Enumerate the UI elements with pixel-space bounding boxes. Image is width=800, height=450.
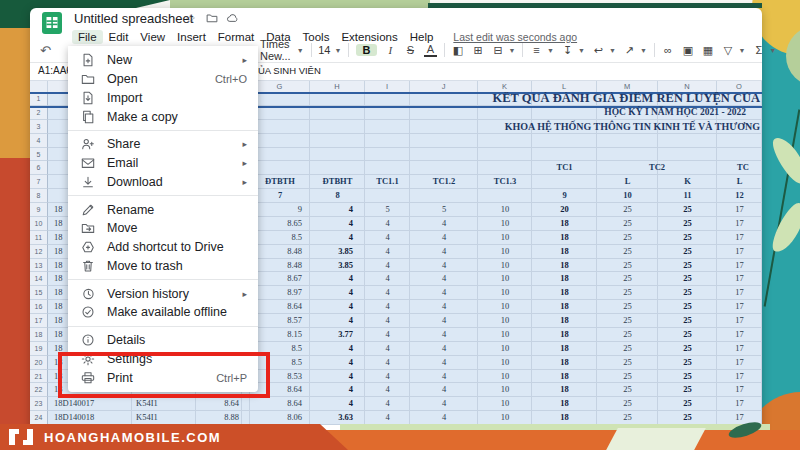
row-header-23[interactable]: 23 [30, 397, 48, 411]
undo-icon[interactable]: ↶ [40, 43, 51, 58]
row-header-21[interactable]: 21 [30, 370, 48, 384]
grid-cell[interactable] [478, 161, 532, 175]
grid-cell[interactable] [242, 397, 250, 411]
filter-button[interactable]: ▽▼ [721, 44, 745, 57]
folder-move-icon [81, 221, 97, 235]
menu-item-details[interactable]: Details [68, 331, 258, 350]
row-header-24[interactable]: 24 [30, 411, 48, 425]
insert-chart-button[interactable]: ▦ [701, 44, 714, 57]
row-header-13[interactable]: 13 [30, 259, 48, 273]
grid-cell[interactable] [310, 148, 365, 162]
grid-cell[interactable] [410, 134, 478, 148]
cell-text: 8.48 [250, 245, 310, 259]
grid-cell[interactable] [658, 134, 717, 148]
grid-cell[interactable] [478, 148, 532, 162]
row-header-4[interactable]: 4 [30, 134, 48, 148]
grid-cell[interactable] [365, 148, 410, 162]
text-wrap-button[interactable]: ↩▼ [592, 44, 616, 57]
info-icon [81, 333, 97, 347]
insert-comment-button[interactable]: ▣ [681, 44, 694, 57]
fill-color-button[interactable]: ◧ [452, 44, 465, 57]
menu-item-make-a-copy[interactable]: Make a copy [68, 107, 258, 126]
bold-button[interactable]: B [356, 44, 377, 56]
cell-text: 4 [365, 217, 410, 231]
italic-button[interactable]: I [384, 44, 397, 56]
grid-cell[interactable] [365, 134, 410, 148]
merge-cells-button[interactable]: ⊟▼ [492, 44, 516, 57]
cell-text: 8.64 [250, 397, 310, 411]
star-icon[interactable]: ☆ [185, 12, 196, 26]
vertical-align-button[interactable]: ↧▼ [561, 44, 585, 57]
grid-cell[interactable] [478, 189, 532, 203]
menu-item-move[interactable]: Move [68, 219, 258, 238]
font-family-select[interactable]: Times New...▼ [260, 38, 304, 62]
row-header-18[interactable]: 18 [30, 328, 48, 342]
menu-item-open[interactable]: OpenCtrl+O [68, 70, 258, 89]
chevron-down-icon: ▼ [738, 47, 745, 54]
grid-cell[interactable] [410, 148, 478, 162]
horizontal-align-button[interactable]: ≡▼ [530, 44, 554, 56]
row-header-20[interactable]: 20 [30, 356, 48, 370]
cloud-status-icon[interactable] [226, 12, 239, 27]
row-header-19[interactable]: 19 [30, 342, 48, 356]
document-title[interactable]: Untitled spreadsheet [74, 11, 193, 26]
grid-cell[interactable] [597, 148, 658, 162]
menu-item-download[interactable]: Download▸ [68, 173, 258, 192]
row-header-16[interactable]: 16 [30, 300, 48, 314]
move-folder-icon[interactable] [206, 12, 218, 27]
grid-cell[interactable] [410, 161, 478, 175]
row-header-10[interactable]: 10 [30, 217, 48, 231]
grid-cell[interactable] [658, 148, 717, 162]
row-header-12[interactable]: 12 [30, 245, 48, 259]
grid-cell[interactable] [250, 134, 310, 148]
menu-item-label: Import [107, 91, 142, 105]
menu-item-rename[interactable]: Rename [68, 200, 258, 219]
insert-link-button[interactable]: ∞ [661, 44, 674, 56]
borders-button[interactable]: ⊞ [472, 44, 485, 57]
cell-text: 25 [597, 259, 658, 273]
row-header-15[interactable]: 15 [30, 286, 48, 300]
row-header-6[interactable]: 6 [30, 161, 48, 175]
cell-text: 10 [478, 411, 532, 425]
row-header-17[interactable]: 17 [30, 314, 48, 328]
cell-text: 8.64 [196, 397, 242, 411]
formula-bar-value[interactable]: ỦA SINH VIÊN [258, 65, 321, 76]
row-header-7[interactable]: 7 [30, 175, 48, 189]
text-color-button[interactable]: A [424, 44, 437, 57]
row-header-14[interactable]: 14 [30, 272, 48, 286]
row-header-11[interactable]: 11 [30, 231, 48, 245]
grid-cell[interactable] [242, 411, 250, 425]
menu-item-move-to-trash[interactable]: Move to trash [68, 257, 258, 276]
menu-item-make-available-offline[interactable]: Make available offline [68, 303, 258, 322]
menu-item-new[interactable]: New▸ [68, 51, 258, 70]
text-rotation-button[interactable]: ↗▼ [623, 44, 647, 57]
row-header-9[interactable]: 9 [30, 203, 48, 217]
grid-cell[interactable] [717, 134, 762, 148]
grid-cell[interactable] [365, 189, 410, 203]
row-header-5[interactable]: 5 [30, 148, 48, 162]
cell-text: ĐTBHT [310, 175, 365, 189]
menu-item-add-shortcut-to-drive[interactable]: Add shortcut to Drive [68, 238, 258, 257]
grid-cell[interactable] [717, 148, 762, 162]
grid-cell[interactable] [532, 134, 597, 148]
grid-cell[interactable] [310, 161, 365, 175]
menu-item-email[interactable]: Email▸ [68, 154, 258, 173]
grid-cell[interactable] [478, 134, 532, 148]
row-header-22[interactable]: 22 [30, 383, 48, 397]
grid-cell[interactable] [250, 161, 310, 175]
font-size-select[interactable]: 14▼ [318, 44, 341, 56]
menu-item-share[interactable]: Share▸ [68, 135, 258, 154]
grid-cell[interactable] [310, 134, 365, 148]
row-header-8[interactable]: 8 [30, 189, 48, 203]
drive-add-icon [81, 240, 97, 254]
grid-cell[interactable] [532, 175, 597, 189]
grid-cell[interactable] [365, 161, 410, 175]
grid-cell[interactable] [597, 134, 658, 148]
functions-button[interactable]: Σ▼ [752, 44, 776, 56]
menu-item-import[interactable]: Import [68, 89, 258, 108]
grid-cell[interactable] [410, 189, 478, 203]
strikethrough-button[interactable]: S [404, 44, 417, 56]
menu-item-version-history[interactable]: Version history▸ [68, 284, 258, 303]
grid-cell[interactable] [532, 148, 597, 162]
grid-cell[interactable] [250, 148, 310, 162]
